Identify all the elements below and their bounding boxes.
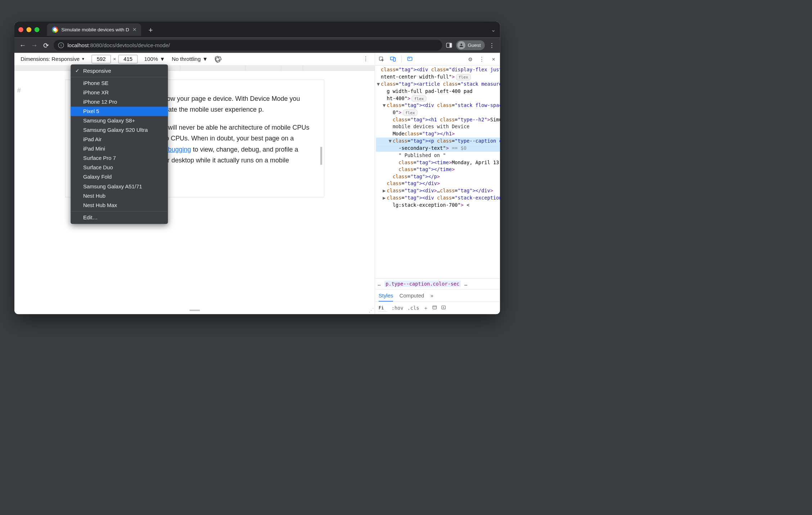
elements-line[interactable]: ht-400">flex — [376, 95, 500, 102]
svg-rect-5 — [408, 57, 412, 60]
device-toolbar-menu[interactable]: ⋮ — [363, 55, 369, 62]
address-bar-right: Guest ⋮ — [446, 40, 496, 50]
elements-line[interactable]: ▼class="tag"><p class="type--caption co — [376, 138, 500, 145]
zoom-dropdown[interactable]: 100% ▼ — [144, 56, 165, 62]
back-button[interactable]: ← — [19, 41, 26, 49]
svg-rect-4 — [393, 58, 396, 61]
url-host: localhost — [68, 42, 89, 48]
device-option[interactable]: iPhone SE — [71, 79, 168, 88]
browser-tab[interactable]: Simulate mobile devices with D ✕ — [47, 23, 141, 36]
window-zoom-button[interactable] — [35, 27, 40, 32]
elements-line[interactable]: class="tag"></p> — [376, 173, 500, 180]
device-option[interactable]: iPad Air — [71, 135, 168, 144]
device-option[interactable]: Samsung Galaxy S8+ — [71, 116, 168, 125]
crumb-more[interactable]: … — [464, 281, 467, 287]
styles-tabbar: Styles Computed » — [375, 289, 500, 302]
device-option[interactable]: iPhone XR — [71, 88, 168, 97]
url-box[interactable]: i localhost:8080/docs/devtools/device-mo… — [54, 40, 442, 51]
profile-label: Guest — [468, 42, 481, 48]
elements-line[interactable]: ▶class="tag"><div>…class="tag"></div> — [376, 187, 500, 194]
dimensions-dropdown[interactable]: Dimensions: Responsive ▼ — [21, 56, 85, 62]
page-hash[interactable]: # — [17, 86, 21, 94]
elements-line[interactable]: mobile devices with Device — [376, 123, 500, 130]
side-panel-icon[interactable] — [446, 43, 452, 48]
window-minimize-button[interactable] — [26, 27, 31, 32]
device-toolbar: Dimensions: Responsive ▼ × 100% ▼ No thr… — [14, 53, 375, 66]
menu-separator — [71, 77, 168, 77]
device-option[interactable]: Nest Hub — [71, 191, 168, 201]
url-port: :8080 — [89, 42, 102, 48]
elements-line[interactable]: -secondary-text"> == $0 — [376, 144, 500, 152]
crumb-ellipsis[interactable]: … — [378, 281, 380, 287]
devtools-close-icon[interactable]: ✕ — [490, 56, 497, 63]
width-input[interactable] — [92, 55, 111, 63]
device-option-edit[interactable]: Edit… — [71, 213, 168, 222]
computed-sidebar-icon[interactable] — [432, 305, 437, 311]
settings-icon[interactable]: ⚙ — [467, 56, 474, 63]
device-mode-panel: Dimensions: Responsive ▼ × 100% ▼ No thr… — [14, 53, 375, 314]
throttle-dropdown[interactable]: No throttling ▼ — [172, 56, 208, 62]
window-close-button[interactable] — [18, 27, 23, 32]
site-info-icon[interactable]: i — [58, 42, 64, 48]
new-style-rule-icon[interactable]: ＋ — [423, 305, 428, 312]
elements-line[interactable]: Modeclass="tag"></h1> — [376, 130, 500, 138]
corner-resize-icon[interactable]: ⋰ — [369, 307, 374, 313]
cls-button[interactable]: .cls — [407, 305, 419, 311]
toggle-pane-icon[interactable] — [441, 305, 446, 311]
url-path: /docs/devtools/device-mode/ — [102, 42, 170, 48]
device-option[interactable]: iPhone 12 Pro — [71, 97, 168, 107]
content-row: Dimensions: Responsive ▼ × 100% ▼ No thr… — [14, 53, 500, 314]
scroll-indicator-icon[interactable] — [320, 147, 322, 165]
device-option[interactable]: Surface Pro 7 — [71, 153, 168, 163]
elements-tab-icon[interactable] — [406, 56, 413, 63]
device-option-responsive[interactable]: Responsive — [71, 66, 168, 76]
device-option[interactable]: iPad Mini — [71, 144, 168, 153]
browser-menu-button[interactable]: ⋮ — [489, 41, 496, 49]
forward-button[interactable]: → — [31, 41, 38, 49]
elements-line[interactable]: class="tag"></div> — [376, 180, 500, 187]
elements-tree[interactable]: class="tag"><div class="display-flex jus… — [375, 66, 500, 278]
styles-filter-input[interactable] — [378, 304, 387, 312]
device-option[interactable]: Nest Hub Max — [71, 201, 168, 210]
elements-line[interactable]: ntent-center width-full">flex — [376, 73, 500, 81]
tabs-chevron-icon[interactable]: ⌄ — [491, 26, 496, 33]
tab-computed[interactable]: Computed — [400, 292, 424, 299]
profile-chip[interactable]: Guest — [456, 40, 485, 50]
elements-line[interactable]: ▶class="tag"><div class="stack-exception… — [376, 194, 500, 202]
device-option[interactable]: Pixel 5 — [71, 107, 168, 116]
svg-rect-7 — [442, 306, 445, 309]
elements-breadcrumb[interactable]: … p.type--caption.color-sec … — [375, 278, 500, 289]
device-ruler[interactable] — [14, 66, 375, 71]
tab-more[interactable]: » — [430, 292, 433, 299]
devtools-panel: ⚙ ⋮ ✕ class="tag"><div class="display-fl… — [375, 53, 500, 314]
reload-button[interactable]: ⟳ — [42, 41, 50, 49]
device-option[interactable]: Surface Duo — [71, 163, 168, 172]
viewport-resize-handle[interactable] — [14, 306, 375, 314]
size-separator: × — [113, 56, 116, 62]
device-option[interactable]: Samsung Galaxy A51/71 — [71, 182, 168, 191]
elements-line[interactable]: class="tag"></time> — [376, 166, 500, 173]
tab-close-icon[interactable]: ✕ — [132, 27, 136, 32]
device-option[interactable]: Galaxy Fold — [71, 173, 168, 182]
elements-line[interactable]: class="tag"><div class="display-flex jus… — [376, 66, 500, 73]
tab-styles[interactable]: Styles — [379, 292, 393, 301]
elements-line[interactable]: class="tag"><time>Monday, April 13, — [376, 159, 500, 166]
elements-line[interactable]: " Published on " — [376, 152, 500, 159]
elements-line[interactable]: g width-full pad-left-400 pad — [376, 88, 500, 95]
inspect-icon[interactable] — [378, 56, 385, 63]
height-input[interactable] — [118, 55, 137, 63]
devtools-menu-icon[interactable]: ⋮ — [479, 56, 486, 63]
rotate-icon[interactable] — [215, 55, 222, 63]
elements-line[interactable]: ▼class="tag"><div class="stack flow-spac… — [376, 102, 500, 109]
new-tab-button[interactable]: ＋ — [146, 25, 155, 35]
elements-line[interactable]: class="tag"><h1 class="type--h2">Simul — [376, 116, 500, 123]
chevron-down-icon: ▼ — [81, 57, 85, 61]
size-inputs: × — [92, 55, 138, 63]
device-option[interactable]: Samsung Galaxy S20 Ultra — [71, 125, 168, 135]
hov-button[interactable]: :hov — [392, 305, 403, 311]
elements-line[interactable]: 0">flex — [376, 109, 500, 116]
crumb-selected[interactable]: p.type--caption.color-sec — [384, 281, 461, 287]
device-toggle-icon[interactable] — [390, 56, 397, 63]
elements-line[interactable]: lg:stack-exception-700"> < — [376, 202, 500, 209]
elements-line[interactable]: ▼class="tag"><article class="stack measu… — [376, 81, 500, 88]
